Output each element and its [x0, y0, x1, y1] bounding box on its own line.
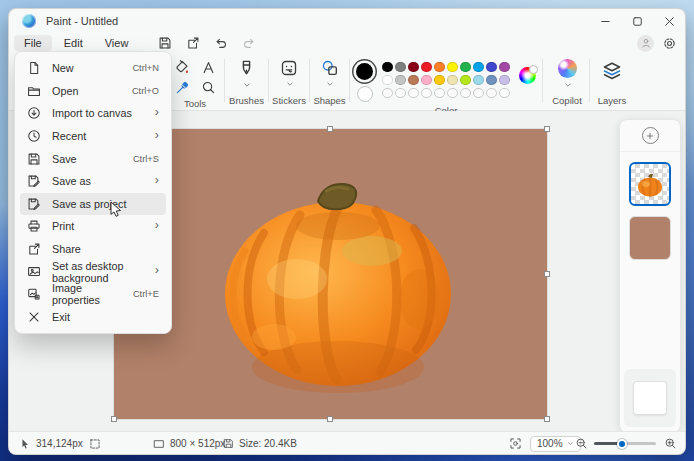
color-swatch[interactable] [473, 62, 483, 72]
canvas-resize-handle[interactable] [327, 416, 333, 422]
empty-color-slot[interactable] [408, 88, 418, 98]
color-swatch[interactable] [434, 62, 444, 72]
color-swatch[interactable] [447, 75, 457, 85]
file-menu-item-import-to-canvas[interactable]: Import to canvas › [20, 102, 166, 125]
maximize-button[interactable] [621, 9, 653, 33]
text-tool-icon[interactable] [201, 60, 216, 75]
undo-button[interactable] [208, 35, 234, 52]
color-swatch[interactable] [486, 62, 496, 72]
fit-to-screen-button[interactable] [509, 432, 522, 455]
file-menu-item-recent[interactable]: Recent › [20, 125, 166, 148]
drawing-canvas[interactable] [114, 129, 547, 419]
add-layer-button[interactable] [642, 127, 659, 144]
empty-color-slot[interactable] [434, 88, 444, 98]
empty-color-slot[interactable] [421, 88, 431, 98]
tools-label: Tools [184, 98, 206, 112]
file-menu-item-save-as[interactable]: Save as › [20, 170, 166, 193]
shortcut-label: Ctrl+O [132, 86, 159, 96]
zoom-slider[interactable] [594, 432, 656, 455]
menubar-right [637, 33, 677, 53]
submenu-chevron-icon: › [155, 129, 159, 142]
edit-color-wheel-icon[interactable] [519, 67, 536, 84]
empty-color-slot[interactable] [447, 88, 457, 98]
file-menu-dropdown: New Ctrl+N Open Ctrl+O Import to canvas … [14, 51, 172, 334]
fill-tool-icon[interactable] [174, 59, 190, 75]
zoom-level-dropdown[interactable]: 100% [530, 432, 581, 455]
empty-color-slot[interactable] [473, 88, 483, 98]
layer-thumbnail-pumpkin[interactable] [629, 162, 671, 206]
view-menu-button[interactable]: View [95, 35, 139, 51]
copilot-section[interactable]: Copilot [547, 55, 587, 109]
canvas-resize-handle[interactable] [544, 126, 550, 132]
file-menu-item-open[interactable]: Open Ctrl+O [20, 80, 166, 103]
color-swatch[interactable] [395, 62, 405, 72]
color-swatch[interactable] [434, 75, 444, 85]
tools-section: Tools [167, 55, 223, 109]
eyedropper-tool-icon[interactable] [175, 80, 190, 95]
empty-color-slot[interactable] [395, 88, 405, 98]
selected-background-color[interactable] [357, 86, 373, 102]
file-menu-item-save[interactable]: Save Ctrl+S [20, 147, 166, 170]
empty-color-slot[interactable] [486, 88, 496, 98]
file-menu-item-print[interactable]: Print › [20, 215, 166, 238]
shapes-section[interactable]: Shapes [310, 55, 349, 109]
empty-color-slot[interactable] [382, 88, 392, 98]
mouse-cursor [109, 201, 123, 221]
color-swatch[interactable] [460, 62, 470, 72]
canvas-background-thumbnail[interactable] [633, 381, 667, 415]
file-menu-button[interactable]: File [14, 35, 52, 51]
canvas-size-icon [153, 438, 165, 450]
save-as-icon [27, 174, 41, 188]
pumpkin-painting [114, 129, 547, 419]
color-swatch[interactable] [473, 75, 483, 85]
layer-thumbnail-background[interactable] [629, 216, 671, 260]
zoom-out-button[interactable] [575, 432, 588, 455]
account-icon[interactable] [637, 35, 654, 52]
file-menu-item-exit[interactable]: Exit [20, 306, 166, 329]
close-button[interactable] [653, 9, 685, 33]
settings-gear-icon[interactable] [662, 36, 677, 51]
stickers-section[interactable]: Stickers [269, 55, 309, 109]
color-swatch[interactable] [460, 75, 470, 85]
color-swatch[interactable] [408, 75, 418, 85]
selected-foreground-color[interactable] [356, 63, 373, 80]
color-swatch[interactable] [382, 62, 392, 72]
shortcut-label: Ctrl+N [132, 63, 159, 73]
clock-icon [27, 129, 41, 143]
zoom-in-button[interactable] [664, 432, 677, 455]
color-swatch[interactable] [447, 62, 457, 72]
color-swatch[interactable] [421, 75, 431, 85]
canvas-resize-handle[interactable] [327, 126, 333, 132]
quick-share-button[interactable] [180, 35, 206, 52]
layers-section[interactable]: Layers [590, 55, 634, 109]
minimize-button[interactable] [589, 9, 621, 33]
color-swatch[interactable] [486, 75, 496, 85]
save-as-project-icon [27, 197, 41, 211]
file-size-icon [223, 438, 234, 449]
color-swatch[interactable] [499, 75, 509, 85]
fit-to-screen-icon [509, 437, 522, 450]
brushes-section[interactable]: Brushes [225, 55, 268, 109]
brush-icon [237, 59, 256, 78]
color-swatch[interactable] [408, 62, 418, 72]
color-swatch[interactable] [395, 75, 405, 85]
color-swatch[interactable] [421, 62, 431, 72]
canvas-resize-handle[interactable] [111, 416, 117, 422]
empty-color-slot[interactable] [499, 88, 509, 98]
empty-color-slot[interactable] [460, 88, 470, 98]
image-properties-icon [27, 287, 41, 301]
quick-save-button[interactable] [152, 35, 178, 52]
canvas-resize-handle[interactable] [544, 416, 550, 422]
file-menu-item-share[interactable]: Share [20, 238, 166, 261]
color-swatch[interactable] [382, 75, 392, 85]
color-swatch[interactable] [499, 62, 509, 72]
file-menu-item-new[interactable]: New Ctrl+N [20, 57, 166, 80]
redo-button[interactable] [236, 35, 262, 52]
file-menu-item-image-properties[interactable]: Image properties Ctrl+E [20, 283, 166, 306]
file-menu-item-save-as-project[interactable]: Save as project [20, 193, 166, 216]
canvas-resize-handle[interactable] [544, 271, 550, 277]
zoom-slider-thumb[interactable] [617, 439, 627, 449]
magnifier-tool-icon[interactable] [201, 80, 216, 95]
edit-menu-button[interactable]: Edit [54, 35, 93, 51]
file-menu-item-set-as-desktop-background[interactable]: Set as desktop background › [20, 260, 166, 283]
